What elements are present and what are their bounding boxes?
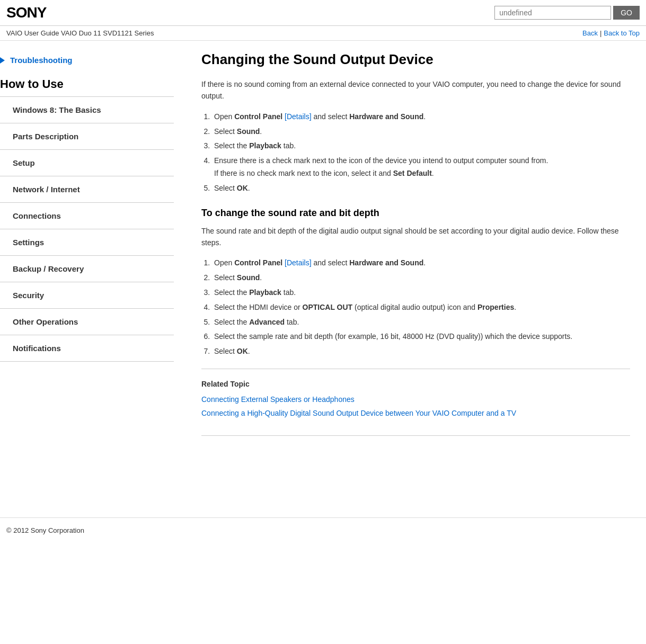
step-item: Select Sound.	[212, 272, 630, 284]
step-bold: Playback	[249, 288, 281, 297]
footer-divider	[201, 435, 630, 436]
step-bold: Control Panel	[234, 112, 282, 121]
step-item: Select Sound.	[212, 126, 630, 138]
troubleshooting-link[interactable]: Troubleshooting	[0, 51, 174, 73]
main-layout: Troubleshooting How to Use Windows 8: Th…	[0, 41, 646, 517]
search-input[interactable]	[494, 6, 611, 20]
details-link[interactable]: [Details]	[285, 112, 312, 121]
section2-steps: Open Control Panel [Details] and select …	[212, 257, 630, 358]
step-bold: Sound	[237, 127, 260, 136]
step-item: Select the sample rate and bit depth (fo…	[212, 330, 630, 343]
sidebar: Troubleshooting How to Use Windows 8: Th…	[0, 41, 180, 517]
section2-intro: The sound rate and bit depth of the digi…	[201, 225, 630, 249]
step-bold: Control Panel	[234, 258, 282, 267]
footer: © 2012 Sony Corporation	[0, 517, 646, 543]
troubleshooting-label: Troubleshooting	[10, 56, 73, 65]
step-item: Select the HDMI device or OPTICAL OUT (o…	[212, 301, 630, 314]
sidebar-item[interactable]: Network / Internet	[0, 176, 174, 203]
sony-logo: SONY	[6, 4, 46, 21]
step-item: Select OK.	[212, 345, 630, 358]
sidebar-item[interactable]: Connections	[0, 203, 174, 229]
intro-text: If there is no sound coming from an exte…	[201, 78, 630, 102]
step-bold: Sound	[237, 273, 260, 282]
search-area: GO	[494, 6, 640, 20]
section2-title: To change the sound rate and bit depth	[201, 208, 630, 219]
how-to-use-label: How to Use	[0, 73, 174, 96]
header: SONY GO	[0, 0, 646, 26]
breadcrumb-text: VAIO User Guide VAIO Duo 11 SVD1121 Seri…	[6, 29, 154, 37]
sidebar-nav: Windows 8: The BasicsParts DescriptionSe…	[0, 97, 174, 362]
step-bold: OK	[237, 347, 248, 355]
step-bold: Set Default	[393, 169, 432, 177]
related-link[interactable]: Connecting a High-Quality Digital Sound …	[201, 407, 630, 419]
step-item: Select the Playback tab.	[212, 140, 630, 153]
related-link[interactable]: Connecting External Speakers or Headphon…	[201, 393, 630, 405]
step-bold: Advanced	[249, 318, 285, 326]
step-bold2: Properties	[477, 303, 514, 311]
step-item: Ensure there is a check mark next to the…	[212, 155, 630, 180]
nav-separator: |	[600, 29, 601, 37]
sidebar-item[interactable]: Backup / Recovery	[0, 256, 174, 282]
sidebar-item[interactable]: Other Operations	[0, 309, 174, 335]
step-bold: OK	[237, 184, 248, 192]
back-to-top-link[interactable]: Back to Top	[604, 29, 640, 37]
sidebar-item[interactable]: Settings	[0, 229, 174, 256]
step-item: Open Control Panel [Details] and select …	[212, 257, 630, 270]
related-links: Connecting External Speakers or Headphon…	[201, 393, 630, 419]
chevron-right-icon	[0, 57, 5, 64]
sidebar-item[interactable]: Notifications	[0, 335, 174, 362]
nav-links: Back | Back to Top	[582, 29, 640, 37]
breadcrumb-bar: VAIO User Guide VAIO Duo 11 SVD1121 Seri…	[0, 26, 646, 41]
step-item: Open Control Panel [Details] and select …	[212, 111, 630, 123]
sidebar-item[interactable]: Windows 8: The Basics	[0, 97, 174, 123]
page-title: Changing the Sound Output Device	[201, 51, 630, 68]
back-link[interactable]: Back	[582, 29, 598, 37]
step-bold2: Hardware and Sound	[349, 112, 423, 121]
section1-steps: Open Control Panel [Details] and select …	[212, 111, 630, 195]
step-item: Select the Advanced tab.	[212, 316, 630, 329]
step-bold: Playback	[249, 141, 281, 150]
sidebar-item[interactable]: Security	[0, 282, 174, 309]
details-link[interactable]: [Details]	[285, 258, 312, 267]
copyright-text: © 2012 Sony Corporation	[6, 526, 84, 534]
related-topic-label: Related Topic	[201, 380, 630, 388]
sidebar-item[interactable]: Setup	[0, 150, 174, 176]
search-button[interactable]: GO	[613, 6, 640, 20]
step-bold: OPTICAL OUT	[303, 303, 353, 311]
step-item: Select the Playback tab.	[212, 287, 630, 299]
related-divider	[201, 369, 630, 369]
step-bold2: Hardware and Sound	[349, 258, 423, 267]
content-area: Changing the Sound Output Device If ther…	[180, 41, 646, 517]
step-item: Select OK.	[212, 182, 630, 195]
sidebar-item[interactable]: Parts Description	[0, 123, 174, 150]
